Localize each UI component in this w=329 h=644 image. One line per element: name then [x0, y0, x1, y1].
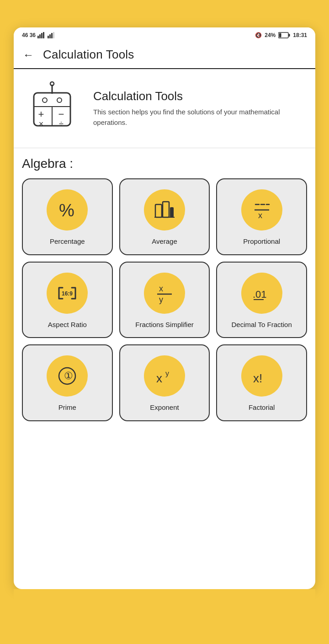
fractions-icon: x y: [153, 281, 176, 305]
svg-rect-24: [163, 202, 169, 217]
tools-grid: % Percentage: [22, 178, 307, 428]
svg-text:.01: .01: [253, 289, 267, 300]
svg-text:+: +: [38, 108, 44, 120]
bottom-yellow-bar: [14, 589, 315, 644]
phone-screen: 46 36 🔇 24%: [14, 27, 315, 589]
svg-rect-6: [51, 33, 53, 38]
status-signal: 46 36: [22, 32, 56, 38]
proportional-icon-circle: x: [241, 189, 282, 231]
svg-rect-2: [41, 33, 42, 38]
svg-rect-3: [43, 32, 44, 38]
svg-text:16:9: 16:9: [62, 290, 73, 297]
prime-icon: ①: [55, 364, 79, 388]
svg-rect-4: [48, 36, 49, 38]
svg-rect-1: [39, 34, 41, 38]
tool-card-factorial[interactable]: x! Factorial: [216, 344, 307, 421]
prime-label: Prime: [58, 403, 76, 412]
svg-rect-25: [170, 207, 174, 217]
decimal-fraction-icon-circle: .01: [241, 273, 282, 314]
banner-illustration: + − × ÷: [25, 80, 84, 137]
factorial-label: Factorial: [249, 403, 275, 412]
time-display: 18:31: [293, 32, 307, 38]
proportional-icon: x: [250, 198, 274, 222]
percentage-icon-circle: %: [47, 189, 88, 231]
app-header: ← Calculation Tools: [14, 41, 315, 69]
section-title: Algebra :: [22, 156, 307, 171]
aspect-ratio-icon-circle: 16:9: [47, 273, 88, 314]
signal-icon: [37, 32, 46, 38]
factorial-icon: x!: [250, 364, 274, 388]
page-title: Calculation Tools: [43, 48, 134, 62]
svg-text:x!: x!: [253, 371, 262, 385]
tool-card-decimal-fraction[interactable]: .01 Decimal To Fraction: [216, 262, 307, 338]
svg-text:%: %: [59, 201, 74, 220]
banner-title: Calculation Tools: [93, 89, 304, 103]
tool-card-exponent[interactable]: x y Exponent: [119, 344, 210, 421]
signal-text: 46 36: [22, 32, 36, 38]
percentage-icon: %: [55, 198, 79, 222]
svg-rect-10: [279, 33, 281, 38]
svg-rect-5: [49, 34, 51, 38]
tool-card-fractions[interactable]: x y Fractions Simplifier: [119, 262, 210, 338]
svg-rect-7: [53, 32, 54, 38]
svg-text:①: ①: [64, 370, 73, 381]
svg-text:y: y: [165, 370, 169, 377]
status-right: 🔇 24% 18:31: [255, 32, 307, 38]
svg-point-14: [42, 98, 47, 102]
calculator-svg: + − × ÷: [25, 80, 80, 135]
battery-icon: [278, 32, 290, 38]
svg-text:−: −: [58, 108, 64, 120]
percentage-label: Percentage: [50, 237, 85, 246]
svg-rect-0: [37, 36, 39, 38]
fractions-icon-circle: x y: [144, 273, 185, 314]
tool-card-proportional[interactable]: x Proportional: [216, 178, 307, 255]
average-icon-circle: [144, 189, 185, 231]
average-label: Average: [152, 237, 177, 246]
svg-point-12: [50, 82, 54, 86]
factorial-icon-circle: x!: [241, 355, 282, 397]
svg-text:÷: ÷: [59, 119, 64, 129]
tool-card-percentage[interactable]: % Percentage: [22, 178, 113, 255]
aspect-ratio-label: Aspect Ratio: [48, 320, 87, 329]
fractions-label: Fractions Simplifier: [135, 320, 194, 329]
battery-percent: 24%: [265, 32, 276, 38]
svg-text:x: x: [156, 371, 162, 385]
banner-text: Calculation Tools This section helps you…: [93, 89, 304, 128]
svg-text:x: x: [258, 211, 262, 220]
average-icon: [153, 198, 176, 222]
exponent-icon: x y: [153, 364, 176, 388]
status-bar: 46 36 🔇 24%: [14, 27, 315, 41]
svg-point-15: [57, 98, 62, 102]
phone-wrapper: 46 36 🔇 24%: [0, 0, 329, 644]
banner-section: + − × ÷ Calculation Tools This section h…: [14, 69, 315, 148]
content-area: Algebra : % Percentage: [14, 148, 315, 428]
svg-text:y: y: [159, 295, 163, 304]
aspect-ratio-icon: 16:9: [55, 281, 79, 305]
svg-rect-23: [155, 204, 162, 217]
proportional-label: Proportional: [243, 237, 280, 246]
signal-icon2: [48, 32, 56, 38]
svg-rect-9: [289, 34, 290, 37]
tool-card-average[interactable]: Average: [119, 178, 210, 255]
svg-text:×: ×: [39, 119, 44, 129]
tool-card-aspect-ratio[interactable]: 16:9 Aspect Ratio: [22, 262, 113, 338]
mute-icon: 🔇: [255, 32, 262, 38]
back-button[interactable]: ←: [23, 48, 34, 61]
decimal-fraction-label: Decimal To Fraction: [232, 320, 292, 329]
tool-card-prime[interactable]: ① Prime: [22, 344, 113, 421]
prime-icon-circle: ①: [47, 355, 88, 397]
svg-text:x: x: [159, 284, 163, 293]
exponent-label: Exponent: [150, 403, 179, 412]
banner-description: This section helps you find the solution…: [93, 107, 304, 128]
exponent-icon-circle: x y: [144, 355, 185, 397]
decimal-fraction-icon: .01: [250, 281, 274, 305]
